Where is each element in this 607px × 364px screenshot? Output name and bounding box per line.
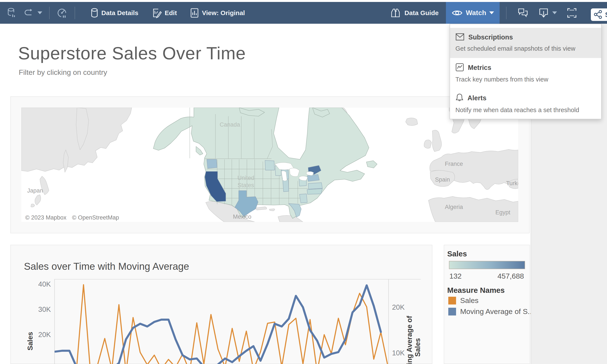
right-axis-tick: 20K bbox=[392, 304, 405, 311]
fullscreen-button[interactable] bbox=[563, 2, 581, 24]
refresh-icon bbox=[24, 8, 35, 17]
gradient-min-value: 132 bbox=[449, 272, 462, 280]
pause-updates-button[interactable] bbox=[53, 2, 72, 24]
map-label-canada: Canada bbox=[220, 121, 240, 128]
share-icon bbox=[594, 10, 603, 20]
menu-item-subscriptions[interactable]: Subscriptions Get scheduled email snapsh… bbox=[450, 28, 601, 58]
menu-item-description: Notify me when data reaches a set thresh… bbox=[455, 106, 596, 114]
legend-sales-title: Sales bbox=[447, 249, 467, 258]
menu-item-title: Metrics bbox=[468, 64, 491, 72]
share-label: Share bbox=[605, 11, 607, 19]
share-button[interactable]: Share bbox=[591, 8, 607, 21]
osm-attribution[interactable]: © OpenStreetMap bbox=[72, 214, 119, 221]
state-pennsylvania bbox=[307, 174, 319, 181]
refresh-button[interactable] bbox=[20, 2, 46, 24]
legend-item-moving-average[interactable]: Moving Average of S... bbox=[448, 307, 534, 316]
watch-dropdown-menu: Subscriptions Get scheduled email snapsh… bbox=[450, 24, 602, 119]
database-icon bbox=[90, 8, 98, 18]
measure-names-title: Measure Names bbox=[447, 286, 505, 295]
menu-item-description: Track key numbers from this view bbox=[455, 76, 596, 83]
bell-icon bbox=[455, 93, 464, 103]
tableau-dashboard-screen: Data Details Edit bbox=[0, 0, 607, 364]
map-label-united-states-2: States bbox=[238, 182, 254, 189]
eye-icon bbox=[452, 9, 463, 17]
moving-average-swatch bbox=[448, 308, 456, 315]
map-label-france: France bbox=[445, 161, 463, 167]
download-caret-icon bbox=[552, 12, 557, 14]
toolbar-left-group bbox=[0, 2, 78, 24]
legend-item-sales[interactable]: Sales bbox=[448, 296, 478, 305]
data-guide-button[interactable]: Data Guide bbox=[387, 2, 442, 24]
map-label-egypt: Egypt bbox=[495, 209, 510, 216]
map-label-japan: Japan bbox=[27, 187, 43, 194]
sales-color-gradient[interactable] bbox=[449, 261, 525, 269]
state-washington bbox=[207, 159, 217, 169]
menu-item-title: Subscriptions bbox=[468, 33, 513, 41]
world-map[interactable]: Canada United States Japan Mexico France… bbox=[21, 108, 518, 222]
download-button[interactable] bbox=[535, 2, 561, 24]
envelope-icon bbox=[455, 33, 465, 42]
binoculars-icon bbox=[390, 8, 401, 18]
revert-button[interactable] bbox=[3, 2, 20, 24]
toolbar-right-group: Data Guide Watch bbox=[387, 2, 581, 24]
menu-item-description: Get scheduled email snapshots of this vi… bbox=[455, 45, 596, 52]
toolbar: Data Details Edit bbox=[0, 2, 607, 24]
gauge-pause-icon bbox=[56, 7, 68, 19]
menu-item-metrics[interactable]: Metrics Track key numbers from this view bbox=[450, 59, 601, 89]
map-attribution: © 2023 Mapbox © OpenStreetMap bbox=[23, 214, 122, 221]
menu-item-title: Alerts bbox=[467, 94, 487, 102]
fullscreen-icon bbox=[567, 8, 577, 18]
map-label-mexico: Mexico bbox=[233, 213, 251, 220]
toolbar-separator bbox=[49, 7, 50, 19]
sales-swatch bbox=[448, 297, 456, 304]
data-details-label: Data Details bbox=[101, 9, 138, 17]
comments-icon bbox=[517, 8, 529, 18]
view-chart-icon bbox=[190, 8, 199, 18]
watch-label: Watch bbox=[466, 9, 486, 17]
legend-panel: Sales 132 457,688 Measure Names Sales Mo… bbox=[444, 245, 530, 364]
chart-title: Sales over Time with Moving Average bbox=[24, 260, 189, 272]
mapbox-attribution[interactable]: © 2023 Mapbox bbox=[25, 214, 66, 221]
toolbar-separator bbox=[506, 7, 506, 19]
download-icon bbox=[538, 8, 549, 18]
map-label-united-states-1: United bbox=[237, 175, 254, 181]
map-label-spain: Spain bbox=[435, 176, 450, 183]
right-axis-tick: 10K bbox=[392, 349, 405, 357]
edit-pencil-icon bbox=[152, 8, 162, 18]
watch-caret-icon bbox=[489, 12, 494, 14]
page-title: Superstore Sales Over Time bbox=[18, 43, 246, 63]
data-details-button[interactable]: Data Details bbox=[87, 2, 142, 24]
toolbar-separator bbox=[75, 7, 75, 19]
view-original-button[interactable]: View: Original bbox=[186, 2, 249, 24]
left-axis-tick: 40K bbox=[28, 281, 51, 288]
map-label-algeria: Algeria bbox=[445, 204, 463, 210]
menu-item-alerts[interactable]: Alerts Notify me when data reaches a set… bbox=[450, 89, 601, 119]
gradient-max-value: 457,688 bbox=[497, 272, 524, 280]
toolbar-middle-group: Data Details Edit bbox=[87, 2, 249, 24]
edit-button[interactable]: Edit bbox=[148, 2, 181, 24]
left-axis-title: Sales bbox=[26, 320, 34, 363]
legend-item-label: Moving Average of S... bbox=[460, 307, 534, 316]
page-subtitle: Filter by clicking on country bbox=[19, 68, 107, 77]
watch-button[interactable]: Watch bbox=[446, 2, 500, 24]
metrics-icon bbox=[455, 63, 464, 72]
right-axis-title: Moving Average of Sales bbox=[405, 308, 422, 364]
series-lines-svg bbox=[54, 279, 388, 364]
revert-icon bbox=[7, 8, 16, 18]
edit-label: Edit bbox=[165, 9, 177, 17]
legend-item-label: Sales bbox=[460, 296, 478, 305]
refresh-menu-caret-icon bbox=[38, 12, 42, 14]
chart-plot-area[interactable] bbox=[54, 279, 388, 364]
view-original-label: View: Original bbox=[202, 9, 245, 17]
data-guide-label: Data Guide bbox=[404, 9, 439, 17]
map-svg bbox=[21, 108, 518, 222]
left-axis-tick: 30K bbox=[28, 306, 51, 313]
comments-button[interactable] bbox=[513, 2, 532, 24]
map-label-turkey: Turkey bbox=[506, 180, 518, 187]
